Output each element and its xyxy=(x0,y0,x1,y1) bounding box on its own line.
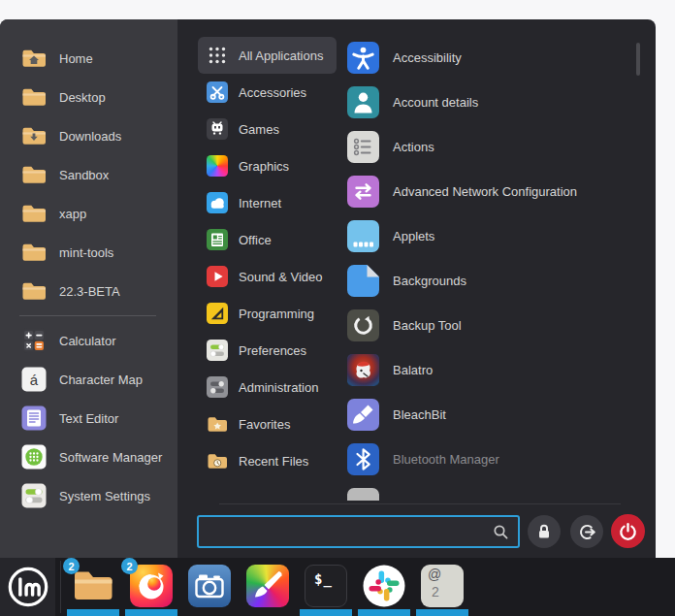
sidebar-item-xapp[interactable]: xapp xyxy=(0,194,177,233)
app-item-advanced-network-configuration[interactable]: Advanced Network Configuration xyxy=(347,169,640,213)
games-icon xyxy=(207,118,228,140)
category-label: Favorites xyxy=(239,417,290,432)
category-games[interactable]: Games xyxy=(198,111,293,147)
internet-icon xyxy=(207,192,228,213)
app-item-bleachbit[interactable]: BleachBit xyxy=(347,392,640,437)
sidebar-item-223-beta[interactable]: 22.3-BETA xyxy=(0,272,177,310)
search-box[interactable] xyxy=(197,515,520,548)
mint-menu-popup: Home Desktop Downloads Sandbox xapp mint… xyxy=(0,19,656,558)
logout-button[interactable] xyxy=(570,515,603,548)
taskbar-item-drawing[interactable] xyxy=(241,558,294,616)
category-label: Accessories xyxy=(239,85,306,100)
search-input[interactable] xyxy=(207,524,493,540)
app-label: Backup Tool xyxy=(393,318,462,333)
at-glyph: @ xyxy=(428,567,441,582)
firefox-icon xyxy=(130,565,173,607)
sidebar-item-sandbox[interactable]: Sandbox xyxy=(0,155,177,194)
category-recent-files[interactable]: Recent Files xyxy=(198,442,322,479)
desktop: { "menu": { "places": [ {"label":"Home",… xyxy=(0,0,675,616)
category-sound-video[interactable]: Sound & Video xyxy=(198,258,337,295)
lock-icon xyxy=(534,522,554,541)
terminal-glyph: $_ xyxy=(314,571,333,587)
app-item-applets[interactable]: Applets xyxy=(347,213,640,258)
applets-icon xyxy=(347,220,379,252)
home-folder-icon xyxy=(21,48,47,69)
taskbar-item-terminal[interactable]: $_ xyxy=(300,558,352,616)
taskbar-item-firefox[interactable]: 2 xyxy=(125,558,177,616)
app-item-backgrounds[interactable]: Backgrounds xyxy=(347,258,640,303)
sidebar-item-label: 22.3-BETA xyxy=(59,284,120,299)
category-office[interactable]: Office xyxy=(198,221,285,258)
category-label: Office xyxy=(239,233,272,247)
taskbar-item-slack[interactable] xyxy=(358,558,410,616)
category-label: Administration xyxy=(239,380,318,395)
app-label: Accessibility xyxy=(393,50,462,65)
category-preferences[interactable]: Preferences xyxy=(198,332,320,369)
sidebar-item-desktop[interactable]: Desktop xyxy=(0,78,177,116)
app-item-partial[interactable] xyxy=(347,481,640,501)
sidebar-item-label: Software Manager xyxy=(59,450,162,465)
category-administration[interactable]: Administration xyxy=(198,369,332,405)
app-label: Balatro xyxy=(393,363,433,377)
all-applications-icon xyxy=(207,45,228,66)
menu-launcher-button[interactable] xyxy=(0,558,55,616)
paintbrush-icon xyxy=(246,565,289,607)
sidebar-item-downloads[interactable]: Downloads xyxy=(0,116,177,155)
category-label: Games xyxy=(239,122,279,137)
slack-icon xyxy=(363,565,405,607)
category-internet[interactable]: Internet xyxy=(198,184,295,221)
sidebar-item-text-editor[interactable]: Text Editor xyxy=(0,399,177,438)
taskbar-item-at-app[interactable]: @ 2 xyxy=(416,558,468,616)
power-button[interactable] xyxy=(611,514,645,548)
category-all-applications[interactable]: All Applications xyxy=(198,37,337,74)
sidebar-item-character-map[interactable]: á Character Map xyxy=(0,360,177,399)
app-label: Bluetooth Manager xyxy=(393,452,499,467)
software-manager-icon xyxy=(21,444,47,470)
account-details-icon xyxy=(347,86,379,118)
app-label: Backgrounds xyxy=(393,274,466,288)
character-map-icon: á xyxy=(21,367,47,392)
at-icon: @ 2 xyxy=(421,565,464,607)
network-arrows-icon xyxy=(347,176,379,208)
office-icon xyxy=(207,229,228,250)
sidebar-item-label: xapp xyxy=(59,207,86,221)
taskbar-item-screenshot[interactable] xyxy=(183,558,236,616)
app-label: BleachBit xyxy=(393,407,446,422)
favorites-folder-icon xyxy=(207,415,228,434)
sidebar-item-label: Character Map xyxy=(59,373,143,387)
taskbar-panel: 2 2 $_ @ 2 xyxy=(0,558,675,616)
programming-icon xyxy=(207,303,228,324)
taskbar-item-files[interactable]: 2 xyxy=(67,558,119,616)
sidebar-item-software-manager[interactable]: Software Manager xyxy=(0,438,177,476)
sidebar-item-calculator[interactable]: Calculator xyxy=(0,321,177,360)
category-programming[interactable]: Programming xyxy=(198,295,328,332)
sidebar-item-home[interactable]: Home xyxy=(0,39,177,78)
app-item-accessibility[interactable]: Accessibility xyxy=(347,35,640,80)
app-item-account-details[interactable]: Account details xyxy=(347,80,640,124)
folder-icon xyxy=(21,203,47,224)
terminal-icon: $_ xyxy=(305,565,347,607)
partial-app-icon xyxy=(347,488,379,502)
category-favorites[interactable]: Favorites xyxy=(198,405,304,442)
app-list-scrollbar[interactable] xyxy=(636,43,640,76)
app-item-bluetooth-manager[interactable]: Bluetooth Manager xyxy=(347,437,640,481)
sidebar-item-label: Text Editor xyxy=(59,411,118,426)
lock-screen-button[interactable] xyxy=(528,515,561,548)
app-item-actions[interactable]: Actions xyxy=(347,124,640,169)
balatro-icon xyxy=(347,354,379,386)
accessibility-icon xyxy=(347,42,379,74)
app-item-backup-tool[interactable]: Backup Tool xyxy=(347,303,640,347)
category-graphics[interactable]: Graphics xyxy=(198,147,303,184)
sidebar-item-system-settings[interactable]: System Settings xyxy=(0,476,177,515)
sidebar-item-label: Downloads xyxy=(59,129,121,144)
window-count-badge: 2 xyxy=(63,558,80,574)
system-settings-icon xyxy=(21,483,47,508)
active-window-indicator xyxy=(358,609,410,616)
app-item-balatro[interactable]: Balatro xyxy=(347,347,640,392)
category-accessories[interactable]: Accessories xyxy=(198,74,320,111)
app-label: Applets xyxy=(393,229,434,243)
sidebar-separator xyxy=(19,315,156,316)
active-window-indicator xyxy=(300,609,352,616)
active-window-indicator xyxy=(67,609,119,616)
sidebar-item-mint-tools[interactable]: mint-tools xyxy=(0,233,177,272)
